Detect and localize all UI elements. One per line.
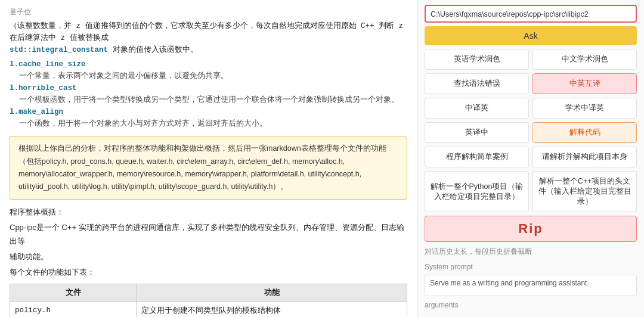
horrible-term: l.horrible_cast xyxy=(10,82,407,94)
summary-line2: 辅助功能。 xyxy=(10,250,407,263)
table-header-func: 功能 xyxy=(137,284,407,302)
table-cell-func: 定义用于创建不同类型队列的模板结构体 xyxy=(137,302,407,317)
summary-intro: 程序整体概括： xyxy=(10,206,407,219)
btn-english-polish[interactable]: 英语学术润色 xyxy=(425,49,529,70)
rip-button[interactable]: Rip xyxy=(425,216,637,242)
path-input[interactable] xyxy=(431,10,631,18)
system-prompt-box[interactable]: Serve me as a writing and programming as… xyxy=(425,275,637,296)
function-table: 文件 功能 policy.h定义用于创建不同类型队列的模板结构体prod_con… xyxy=(10,284,407,317)
make-align-term: l.make_align xyxy=(10,106,407,118)
cache-desc: 一个常量，表示两个对象之间的最小偏移量，以避免伪共享。 xyxy=(19,70,407,82)
highlight-box: 根据以上你自己的分析，对程序的整体功能和构架做出概括，然后用一张markdown… xyxy=(10,136,407,200)
btn-cpp-headers[interactable]: 解析一整个C++项目的头文件（输入栏给定项目完整目录） xyxy=(532,171,637,212)
action-buttons-grid: 英语学术润色 中文学术润色 查找语法错误 中英互译 中译英 学术中译英 英译中 … xyxy=(425,49,637,242)
btn-analyze-project[interactable]: 请解析并解构此项目本身 xyxy=(532,147,637,167)
table-row: policy.h定义用于创建不同类型队列的模板结构体 xyxy=(10,302,407,317)
btn-explain-code[interactable]: 解释代码 xyxy=(532,122,637,143)
table-cell-file: policy.h xyxy=(10,302,137,317)
btn-academic-cn-en[interactable]: 学术中译英 xyxy=(532,98,637,119)
btn-cn-to-en[interactable]: 中译英 xyxy=(425,98,529,119)
horrible-desc: 一个模板函数，用于将一个类型转换成另一个类型，它通过使用一个联合体将一个对象强制… xyxy=(19,94,407,106)
make-align-desc: 一个函数，用于将一个对象的大小与对齐方式对齐，返回对齐后的大小。 xyxy=(19,118,407,130)
btn-program-simple[interactable]: 程序解构简单案例 xyxy=(425,147,529,167)
integral-constant-line: std::integral_constant 对象的值传入该函数中。 xyxy=(10,44,407,56)
ask-button[interactable]: Ask xyxy=(425,26,637,45)
btn-python-project[interactable]: 解析一整个Python项目（输入栏给定项目完整目录） xyxy=(425,171,529,212)
highlight-text: 根据以上你自己的分析，对程序的整体功能和构架做出概括，然后用一张markdown… xyxy=(18,144,386,191)
system-prompt-label: System prompt xyxy=(425,263,637,271)
right-panel: Ask 英语学术润色 中文学术润色 查找语法错误 中英互译 中译英 学术中译英 … xyxy=(417,0,644,317)
code-intro-line: （该整数数量，并 z 值递推得到的值的个数，它求取关至少有多少个，每次自然地完成… xyxy=(10,20,407,44)
arguments-label: arguments xyxy=(425,301,637,309)
integral-constant-term: std::integral_constant xyxy=(10,46,108,54)
left-panel: 量子位 （该整数数量，并 z 值递推得到的值的个数，它求取关至少有多少个，每次自… xyxy=(0,0,417,317)
divider-text: 对话历史太长，每段历史折叠截断 xyxy=(425,247,637,257)
summary-section: 程序整体概括： Cpp-ipc是一个 C++ 实现的跨平台的进程间通信库，实现了… xyxy=(10,206,407,317)
btn-grammar-check[interactable]: 查找语法错误 xyxy=(425,73,529,94)
summary-line3: 每个文件的功能如下表： xyxy=(10,266,407,279)
btn-en-to-cn[interactable]: 英译中 xyxy=(425,122,529,143)
chatbot-header: 量子位 xyxy=(10,6,407,18)
btn-cn-en-translate[interactable]: 中英互译 xyxy=(532,73,637,94)
btn-chinese-polish[interactable]: 中文学术润色 xyxy=(532,49,637,70)
code-block: （该整数数量，并 z 值递推得到的值的个数，它求取关至少有多少个，每次自然地完成… xyxy=(10,20,407,130)
table-header-file: 文件 xyxy=(10,284,137,302)
summary-line1: Cpp-ipc是一个 C++ 实现的跨平台的进程间通信库，实现了多种类型的线程安… xyxy=(10,221,407,247)
path-input-wrapper xyxy=(425,5,637,23)
cache-term: l.cache_line_size xyxy=(10,58,407,70)
